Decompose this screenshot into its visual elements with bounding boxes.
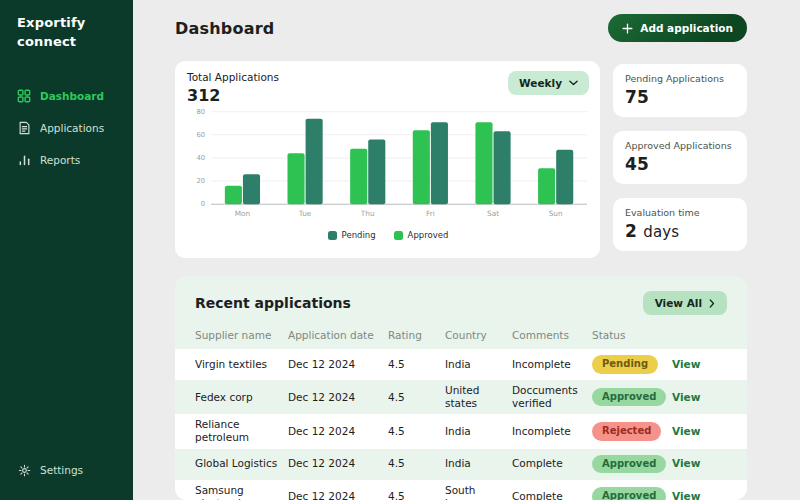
stat-value: 75 xyxy=(625,87,735,107)
pending-applications-card: Pending Applications 75 xyxy=(613,64,747,117)
table-column-headers: Supplier nameApplication dateRatingCount… xyxy=(175,323,747,349)
status-cell: Approved xyxy=(592,384,672,411)
status-cell: Approved xyxy=(592,451,672,478)
status-badge: Approved xyxy=(592,487,666,500)
stat-unit: days xyxy=(643,223,679,241)
document-icon xyxy=(17,121,31,135)
sidebar-item-label: Reports xyxy=(40,154,80,166)
chevron-right-icon xyxy=(709,299,715,308)
approved-applications-card: Approved Applications 45 xyxy=(613,131,747,184)
sidebar-item-dashboard[interactable]: Dashboard xyxy=(0,82,133,110)
status-cell: Rejected xyxy=(592,418,672,445)
total-applications-value: 312 xyxy=(187,86,279,105)
sidebar-item-applications[interactable]: Applications xyxy=(0,114,133,142)
applications-bar-chart: 020406080MonTueThuFriSatSun xyxy=(187,105,590,229)
legend-swatch xyxy=(394,231,403,240)
bar-approved-sat xyxy=(475,122,492,204)
view-link[interactable]: View xyxy=(672,425,700,437)
supplier-name-cell: Virgin textiles xyxy=(195,354,288,375)
country-cell: South korea xyxy=(445,480,512,500)
supplier-name-cell: Samsung electronics xyxy=(195,480,288,500)
gear-icon xyxy=(17,463,31,477)
country-cell: United states xyxy=(445,380,512,414)
x-tick-label: Thu xyxy=(360,209,375,218)
sidebar-spacer xyxy=(0,174,133,456)
logo-line-2: connect xyxy=(17,33,116,52)
status-badge: Pending xyxy=(592,355,658,374)
bar-pending-fri xyxy=(431,122,448,204)
supplier-name-cell: Global Logistics xyxy=(195,453,288,474)
app-logo: Exportify connect xyxy=(0,14,133,52)
comments-cell: Complete xyxy=(512,486,592,500)
evaluation-time-card: Evaluation time 2 days xyxy=(613,198,747,251)
table-row: Virgin textilesDec 12 20244.5IndiaIncomp… xyxy=(175,349,747,380)
supplier-name-cell: Reliance petroleum xyxy=(195,414,288,448)
actions-cell: View xyxy=(672,354,727,375)
comments-cell: Incomplete xyxy=(512,354,592,375)
page-title: Dashboard xyxy=(175,19,274,38)
y-tick-label: 0 xyxy=(201,200,205,208)
chart-card-header: Total Applications 312 Weekly xyxy=(187,71,589,105)
status-cell: Pending xyxy=(592,351,672,378)
bar-pending-sun xyxy=(556,150,573,204)
stat-label: Evaluation time xyxy=(625,207,735,218)
chart-legend: PendingApproved xyxy=(187,230,589,240)
add-application-button[interactable]: Add application xyxy=(608,14,747,42)
sidebar-item-label: Dashboard xyxy=(40,90,104,102)
bar-pending-thu xyxy=(368,139,385,204)
x-tick-label: Fri xyxy=(426,209,435,218)
rating-cell: 4.5 xyxy=(388,354,445,375)
table-body: Virgin textilesDec 12 20244.5IndiaIncomp… xyxy=(175,349,747,500)
application-date-cell: Dec 12 2024 xyxy=(288,486,388,500)
bar-pending-sat xyxy=(494,131,511,204)
application-date-cell: Dec 12 2024 xyxy=(288,354,388,375)
chevron-down-icon xyxy=(569,80,578,86)
total-applications-card: Total Applications 312 Weekly 020406080M… xyxy=(175,61,600,258)
view-all-button[interactable]: View All xyxy=(643,291,727,315)
view-link[interactable]: View xyxy=(672,490,700,500)
add-application-label: Add application xyxy=(640,22,733,34)
status-badge: Approved xyxy=(592,455,666,474)
table-row: Samsung electronicsDec 12 20244.5South k… xyxy=(175,480,747,500)
period-dropdown[interactable]: Weekly xyxy=(508,71,589,95)
status-badge: Rejected xyxy=(592,422,661,441)
column-header-comments: Comments xyxy=(512,325,592,346)
rating-cell: 4.5 xyxy=(388,387,445,408)
view-link[interactable]: View xyxy=(672,457,700,469)
page-header: Dashboard Add application xyxy=(175,14,747,42)
legend-item-approved: Approved xyxy=(394,230,449,240)
period-dropdown-value: Weekly xyxy=(519,77,562,89)
rating-cell: 4.5 xyxy=(388,421,445,442)
sidebar-item-label: Settings xyxy=(40,464,83,476)
column-header-rating: Rating xyxy=(388,325,445,346)
column-header-application-date: Application date xyxy=(288,325,388,346)
rating-cell: 4.5 xyxy=(388,453,445,474)
table-row: Fedex corpDec 12 20244.5United statesDoc… xyxy=(175,380,747,414)
view-link[interactable]: View xyxy=(672,391,700,403)
view-link[interactable]: View xyxy=(672,358,700,370)
table-row: Reliance petroleumDec 12 20244.5IndiaInc… xyxy=(175,414,747,448)
actions-cell: View xyxy=(672,387,727,408)
stat-value: 45 xyxy=(625,154,735,174)
application-date-cell: Dec 12 2024 xyxy=(288,421,388,442)
column-header-actions xyxy=(672,332,727,340)
comments-cell: Incomplete xyxy=(512,421,592,442)
x-tick-label: Sun xyxy=(549,209,563,218)
legend-label: Pending xyxy=(342,230,376,240)
stat-value: 2 days xyxy=(625,221,735,241)
sidebar-item-settings[interactable]: Settings xyxy=(0,456,133,484)
sidebar-item-reports[interactable]: Reports xyxy=(0,146,133,174)
application-date-cell: Dec 12 2024 xyxy=(288,387,388,408)
x-tick-label: Sat xyxy=(487,209,499,218)
bar-approved-sun xyxy=(538,168,555,204)
bar-approved-thu xyxy=(350,149,367,204)
legend-swatch xyxy=(328,231,337,240)
y-tick-label: 60 xyxy=(196,131,205,139)
plus-icon xyxy=(622,23,633,34)
recent-applications-card: Recent applications View All Supplier na… xyxy=(175,276,747,500)
view-all-label: View All xyxy=(655,297,702,309)
stats-column: Pending Applications 75 Approved Applica… xyxy=(613,61,747,258)
x-tick-label: Tue xyxy=(298,209,312,218)
sidebar-nav: DashboardApplicationsReports xyxy=(0,82,133,174)
chart-title: Total Applications xyxy=(187,71,279,83)
